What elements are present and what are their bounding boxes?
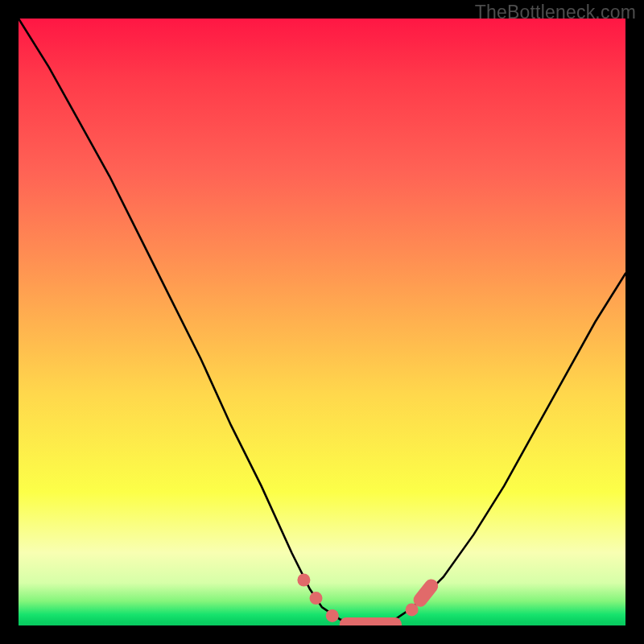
bottleneck-curve bbox=[19, 19, 625, 625]
marker-capsule bbox=[420, 586, 431, 600]
curve-layer bbox=[19, 19, 625, 625]
marker-dot bbox=[406, 603, 419, 616]
plot-area bbox=[19, 19, 625, 625]
marker-dot bbox=[326, 609, 339, 622]
chart-frame: TheBottleneck.com bbox=[0, 0, 644, 644]
marker-dot bbox=[310, 592, 323, 605]
watermark-text: TheBottleneck.com bbox=[475, 2, 636, 23]
marker-dot bbox=[297, 574, 310, 587]
